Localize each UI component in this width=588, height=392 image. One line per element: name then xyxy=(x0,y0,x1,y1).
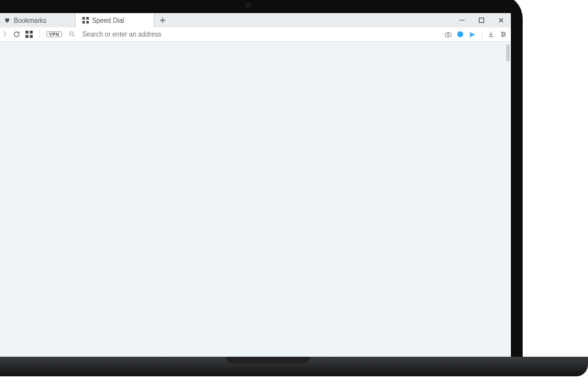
tab-label: Bookmarks xyxy=(14,17,46,24)
svg-rect-13 xyxy=(30,35,33,38)
svg-rect-3 xyxy=(86,21,89,24)
svg-line-15 xyxy=(73,35,75,37)
speed-dial-icon xyxy=(82,17,89,24)
svg-rect-7 xyxy=(480,18,484,23)
tab-label: Speed Dial xyxy=(92,17,124,24)
address-input[interactable] xyxy=(82,31,438,38)
separator xyxy=(482,31,482,39)
tab-speed-dial[interactable]: Speed Dial xyxy=(76,13,154,27)
svg-rect-10 xyxy=(25,31,28,33)
send-to-flow-button[interactable] xyxy=(468,31,476,39)
svg-point-23 xyxy=(504,34,506,35)
laptop-base xyxy=(0,357,588,376)
laptop-notch xyxy=(225,357,310,363)
vpn-badge[interactable]: VPN xyxy=(46,31,62,37)
tab-bookmarks[interactable]: Bookmarks xyxy=(0,13,76,27)
minimize-button[interactable] xyxy=(452,13,472,27)
browser-window: Bookmarks Speed Dial xyxy=(0,13,511,361)
svg-point-22 xyxy=(502,32,503,33)
svg-point-17 xyxy=(448,34,449,36)
downloads-button[interactable] xyxy=(487,31,495,38)
svg-rect-16 xyxy=(446,33,451,37)
svg-rect-12 xyxy=(25,35,28,38)
page-content xyxy=(0,42,511,361)
maximize-button[interactable] xyxy=(472,13,491,27)
window-controls xyxy=(452,13,511,27)
svg-rect-2 xyxy=(82,21,85,24)
close-button[interactable] xyxy=(491,13,511,27)
forward-button[interactable] xyxy=(1,31,8,38)
snapshot-button[interactable] xyxy=(444,31,452,39)
easy-setup-button[interactable] xyxy=(500,31,507,38)
svg-point-14 xyxy=(70,32,74,36)
heart-icon xyxy=(4,17,10,24)
separator xyxy=(39,31,40,39)
reload-button[interactable] xyxy=(13,31,20,38)
address-bar: VPN xyxy=(0,27,511,42)
svg-point-24 xyxy=(502,35,504,37)
scrollbar-thumb[interactable] xyxy=(506,44,510,61)
laptop-bezel: Bookmarks Speed Dial xyxy=(0,0,523,361)
new-tab-button[interactable] xyxy=(154,13,171,27)
tab-strip: Bookmarks Speed Dial xyxy=(0,13,511,27)
extensions-button[interactable] xyxy=(25,31,33,38)
laptop-camera xyxy=(246,3,251,8)
svg-rect-0 xyxy=(82,17,85,20)
adblock-badge[interactable] xyxy=(457,31,463,37)
browser-body xyxy=(0,42,511,361)
svg-rect-1 xyxy=(86,17,89,20)
search-icon xyxy=(69,31,76,38)
svg-rect-11 xyxy=(30,31,33,33)
